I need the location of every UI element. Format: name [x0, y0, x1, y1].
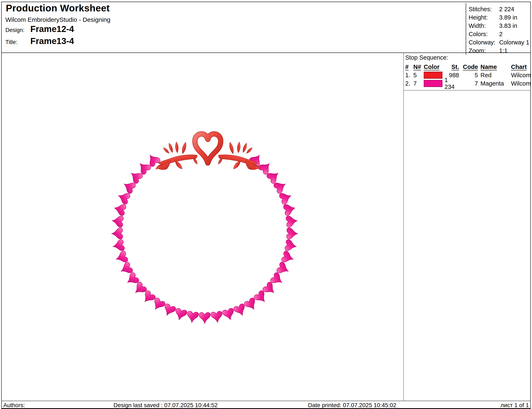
authors-label: Authors:	[3, 402, 25, 409]
stat-value: 3.83 in	[499, 22, 517, 29]
design-label: Design:	[5, 27, 25, 33]
ring-heart	[283, 203, 296, 216]
stat-label: Stitches:	[469, 6, 499, 13]
thread-code: 5	[459, 71, 478, 79]
design-name: Frame12-4	[30, 24, 74, 34]
footer-divider	[1, 401, 531, 401]
ring-heart	[286, 228, 298, 239]
stat-label: Colors:	[469, 31, 499, 37]
ring-heart	[112, 228, 123, 239]
sheet-number: лист 1 of 1	[500, 402, 529, 409]
color-swatch	[424, 80, 442, 87]
color-cell	[424, 71, 445, 79]
stop-sequence-panel: Stop Sequence: #N#ColorSt.CodeNameChart1…	[403, 53, 531, 401]
stat-value: 3.89 in	[499, 14, 517, 21]
color-swatch	[424, 72, 442, 79]
header: Production Worksheet Wilcom EmbroiderySt…	[1, 2, 531, 53]
column-header: Code	[459, 63, 478, 71]
stat-row: Colors:2	[469, 30, 532, 38]
column-header: N#	[413, 63, 424, 71]
ring-heart	[199, 312, 210, 323]
needle-number: 5	[413, 71, 424, 79]
ring-heart	[285, 239, 297, 252]
ring-heart	[258, 160, 273, 175]
production-worksheet-page: Production Worksheet Wilcom EmbroiderySt…	[0, 0, 532, 409]
design-stats: Stitches:2 224Height:3.89 inWidth:3.83 i…	[466, 3, 532, 55]
needle-number: 7	[413, 79, 424, 88]
left-flourish	[155, 142, 198, 170]
app-subtitle: Wilcom EmbroideryStudio - Designing	[5, 16, 110, 23]
ring-heart	[112, 239, 125, 252]
last-saved-text: Design last saved : 07.07.2025 10:44:52	[114, 402, 218, 409]
heart-ring	[112, 152, 298, 323]
stop-number: 2.	[405, 79, 413, 88]
column-header: St.	[445, 63, 459, 71]
thread-code: 7	[459, 79, 478, 88]
stat-value: Colorway 1	[499, 39, 529, 46]
column-header: Name	[478, 63, 509, 71]
stat-label: Width:	[469, 22, 499, 29]
stitch-count: 1 234	[445, 79, 459, 88]
ring-heart	[112, 215, 124, 227]
stat-label: Height:	[469, 14, 499, 21]
stop-sequence-box: Stop Sequence: #N#ColorSt.CodeNameChart1…	[404, 53, 531, 91]
design-canvas	[0, 53, 403, 401]
stat-label: Colorway:	[469, 39, 499, 46]
stat-value: 2	[499, 31, 503, 37]
title-label: Title:	[5, 39, 18, 45]
embroidery-design	[0, 53, 403, 401]
ring-heart	[136, 160, 152, 175]
date-printed-text: Date printed: 07.07.2025 10:45:02	[308, 402, 396, 409]
column-header: #	[405, 63, 413, 71]
thread-chart: Wilcom	[509, 79, 530, 88]
center-heart	[195, 134, 221, 163]
stop-sequence-table: #N#ColorSt.CodeNameChart1.59885RedWilcom…	[405, 63, 531, 88]
stop-sequence-title: Stop Sequence:	[405, 54, 531, 61]
ring-heart	[186, 311, 199, 323]
stat-row: Stitches:2 224	[469, 5, 532, 13]
stat-row: Colorway:Colorway 1	[469, 38, 532, 46]
column-header: Chart	[509, 63, 530, 71]
stat-value: 2 224	[499, 6, 514, 13]
color-cell	[424, 79, 445, 88]
stop-number: 1.	[405, 71, 413, 79]
heart-ornament	[155, 134, 261, 170]
ring-heart	[286, 215, 298, 227]
stat-row: Width:3.83 in	[469, 22, 532, 30]
stat-row: Height:3.89 in	[469, 13, 532, 22]
right-flourish	[217, 142, 261, 170]
thread-name: Red	[478, 71, 509, 79]
title-name: Frame13-4	[30, 36, 74, 46]
thread-chart: Wilcom	[509, 71, 530, 79]
thread-name: Magenta	[478, 79, 509, 88]
page-title: Production Worksheet	[6, 2, 110, 14]
ring-heart	[210, 311, 223, 323]
column-header: Color	[424, 63, 445, 71]
ring-heart	[113, 203, 126, 216]
